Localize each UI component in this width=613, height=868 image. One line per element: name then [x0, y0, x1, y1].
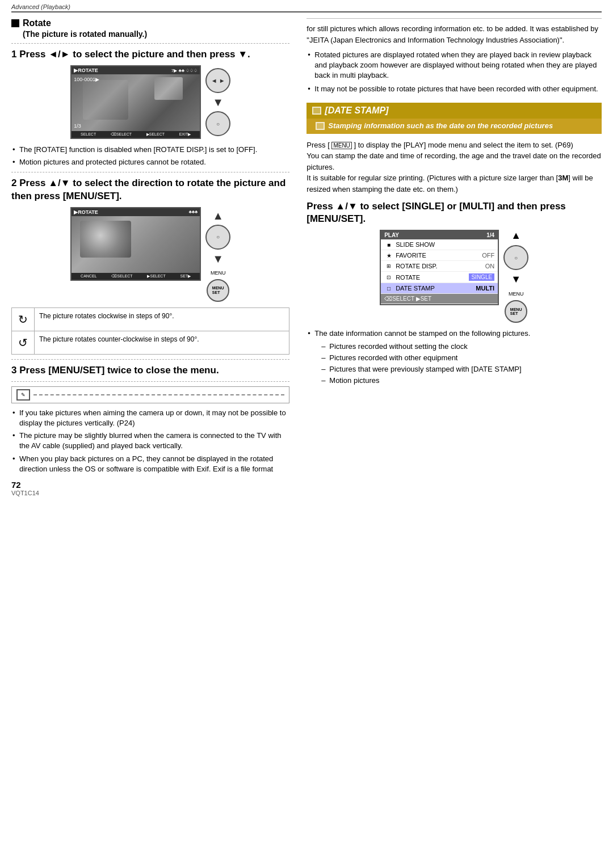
dpad-lr-1: ◄ ► [205, 68, 230, 93]
date-stamp-subtitle: Stamping information such as the date on… [328, 121, 553, 131]
left-column: Rotate (The picture is rotated manually.… [11, 12, 301, 868]
camera-screen-header-1: ▶ROTATE 7▶ ♣♣ ♤♤♤ [72, 66, 200, 74]
dpad-center-2: ○ [216, 234, 220, 240]
page: Advanced (Playback) Rotate (The picture … [0, 0, 613, 868]
right-column: for still pictures which allows recordin… [301, 12, 602, 868]
content-area: Rotate (The picture is rotated manually.… [0, 12, 613, 868]
camera-image-1: 100-0001▶ 1/3 [72, 74, 200, 131]
camera-label-2: ▶ROTATE [74, 209, 98, 215]
play-menu-diagram: PLAY 1/4 ■ SLIDE SHOW ★ FAVORITE OFF [306, 230, 602, 323]
dpad-down-1: ○ [205, 111, 230, 136]
section-subtitle: (The picture is rotated manually.) [23, 30, 289, 39]
camera-screen-footer-1: SELECT ⌫SELECT ▶SELECT EXIT▶ [72, 131, 200, 138]
menu-label-play: MENU [509, 291, 524, 297]
dash-list: Pictures recorded without setting the cl… [320, 342, 602, 386]
note-dashes [33, 394, 284, 395]
step1-bullet-1: The [ROTATE] function is disabled when [… [11, 145, 289, 155]
footer-bullets: If you take pictures when aiming the cam… [11, 408, 289, 474]
page-number-area: 72 VQT1C14 [11, 480, 289, 496]
camera-right-controls-1: ◄ ► ▼ ○ [205, 65, 230, 136]
rotation-row-2: ↺ The picture rotates counter-clockwise … [12, 331, 289, 354]
camera-icons-2: ♣♣♣ [188, 209, 198, 214]
dash-item-1: Pictures recorded without setting the cl… [320, 342, 602, 352]
footer-item-4: EXIT▶ [179, 132, 191, 137]
play-item-label-5: ⌫SELECT ▶SET [384, 296, 494, 302]
play-menu-item-3: ⊡ ROTATE SINGLE [381, 272, 498, 283]
rotation-desc-1: The picture rotates clockwise in steps o… [35, 307, 289, 331]
footer-bullet-2: The picture may be slightly blurred when… [11, 431, 289, 451]
date-stamp-intro: Press [ MENU ] to display the [PLAY] mod… [306, 140, 602, 195]
footer2-item-2: ⌫SELECT [111, 274, 132, 279]
right-sub-bullet-1: The date information cannot be stamped o… [306, 328, 602, 386]
down-arrow-1: ▼ [212, 96, 224, 108]
rotation-desc-2: The picture rotates counter-clockwise in… [35, 331, 289, 354]
play-menu-title: PLAY [384, 232, 399, 238]
section-title: Rotate [23, 18, 51, 28]
rotation-table: ↻ The picture rotates clockwise in steps… [11, 307, 289, 355]
play-item-icon-2: ⊞ [384, 263, 393, 269]
step2: 2 Press ▲/▼ to select the direction to r… [11, 177, 289, 354]
right-bullet-1: Rotated pictures are displayed rotated w… [306, 50, 602, 81]
menu-label-2: MENU [211, 270, 226, 276]
footer-bullet-3: When you play back pictures on a PC, the… [11, 454, 289, 474]
menu-icon-inline: MENU [331, 142, 351, 149]
dash-item-2: Pictures recorded with other equipment [320, 353, 602, 363]
menu-set-2: MENUSET [207, 279, 229, 302]
down-arrow-2: ▼ [212, 253, 224, 264]
camera-screen-2: ▶ROTATE ♣♣♣ CANCEL ⌫SELECT ▶SELECT [70, 207, 201, 281]
note-box: ✎ [11, 386, 289, 403]
play-menu-item-1: ★ FAVORITE OFF [381, 250, 498, 261]
rotation-icon-2: ↺ [12, 331, 35, 354]
play-item-label-0: SLIDE SHOW [396, 241, 494, 248]
play-item-label-2: ROTATE DISP. [396, 263, 485, 269]
step2-heading: 2 Press ▲/▼ to select the direction to r… [11, 177, 289, 202]
play-item-icon-1: ★ [384, 252, 393, 259]
date-stamp-sub-icon [316, 122, 325, 130]
camera-screen-header-2: ▶ROTATE ♣♣♣ [72, 208, 200, 216]
footer-item-3: ▶SELECT [146, 132, 165, 137]
play-item-icon-3: ⊡ [384, 275, 393, 280]
step3-number: 3 [11, 365, 19, 376]
model-number: VQT1C14 [11, 490, 289, 496]
right-bullet-2: It may not be possible to rotate picture… [306, 84, 602, 94]
menu-set-label-play: MENUSET [510, 307, 522, 316]
play-item-label-4: DATE STAMP [396, 285, 476, 292]
dpad-center-play: ○ [514, 255, 518, 261]
section-header: Rotate [11, 18, 289, 28]
right-sub-bullets: The date information cannot be stamped o… [306, 328, 602, 386]
footer-item-1: SELECT [81, 132, 96, 137]
up-arrow-2: ▲ [212, 210, 224, 221]
play-item-value-2: ON [485, 263, 495, 269]
right-top-divider [306, 18, 602, 19]
right-controls-play: ▲ ○ ▼ MENU MENUSET [503, 230, 528, 323]
play-item-label-1: FAVORITE [396, 252, 482, 259]
step3-divider [11, 359, 289, 360]
step2-number: 2 [11, 178, 19, 188]
dpad-play: ○ [503, 245, 528, 270]
up-arrow-play: ▲ [511, 230, 521, 242]
camera-screen-1: ▶ROTATE 7▶ ♣♣ ♤♤♤ 100-0001▶ 1/3 SELECT [70, 65, 201, 139]
dash-item-4: Motion pictures [320, 376, 602, 386]
step1: 1 Press ◄/► to select the picture and th… [11, 48, 289, 167]
note-icon: ✎ [16, 389, 30, 401]
menu-set-label-2: MENUSET [212, 286, 224, 294]
footer-item-2: ⌫SELECT [111, 132, 132, 137]
rotation-icon-1: ↻ [12, 307, 35, 331]
play-menu-item-2: ⊞ ROTATE DISP. ON [381, 261, 498, 272]
page-number: 72 [11, 480, 289, 490]
play-menu-title-bar: PLAY 1/4 [381, 231, 498, 239]
dpad-arrows-1: ◄ ► [211, 77, 225, 84]
camera-right-controls-2: ▲ ○ ▼ MENU MENUSET [205, 207, 230, 302]
camera-file-number: 100-0001▶ [74, 77, 198, 121]
play-menu-item-4: □ DATE STAMP MULTI [381, 283, 498, 294]
step1-text: Press ◄/► to select the picture and then… [19, 49, 250, 60]
menu-set-play: MENUSET [505, 300, 527, 323]
camera-label-1: ▶ROTATE [74, 68, 98, 73]
dpad-center-1: ○ [216, 121, 220, 127]
camera-image-2 [72, 216, 200, 273]
step3-text: Press [MENU/SET] twice to close the menu… [19, 365, 219, 376]
play-menu-page: 1/4 [486, 232, 494, 238]
play-menu-item-0: ■ SLIDE SHOW [381, 239, 498, 250]
footer-bullet-1: If you take pictures when aiming the cam… [11, 408, 289, 428]
step1-bullet-2: Motion pictures and protected pictures c… [11, 157, 289, 167]
